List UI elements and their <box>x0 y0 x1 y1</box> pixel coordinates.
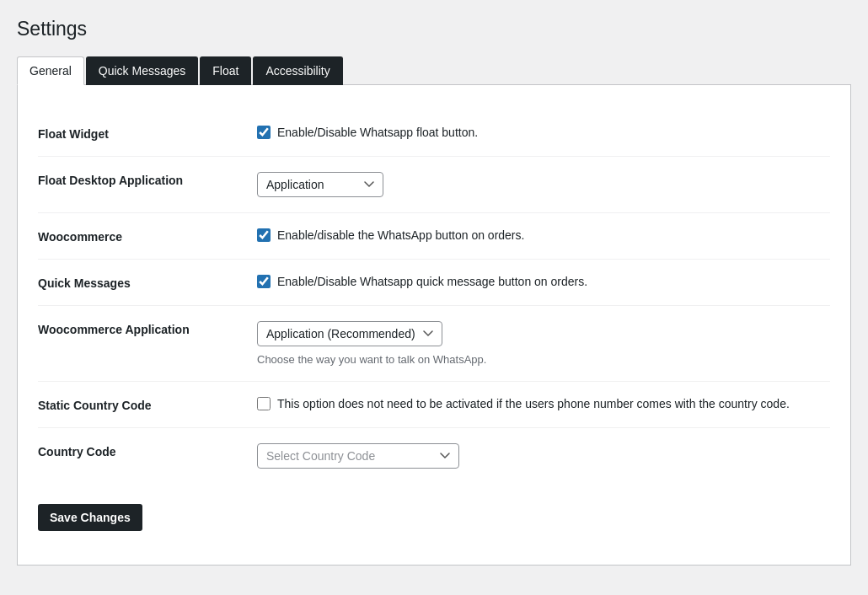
static-country-code-checkbox-label: This option does not need to be activate… <box>277 397 790 410</box>
woocommerce-application-row: Woocommerce Application Application (Rec… <box>38 306 830 382</box>
float-widget-row: Float Widget Enable/Disable Whatsapp flo… <box>38 110 830 157</box>
float-desktop-control: Application Web <box>257 172 830 197</box>
page-title: Settings <box>17 17 851 42</box>
static-country-code-control: This option does not need to be activate… <box>257 397 830 410</box>
quick-messages-label: Quick Messages <box>38 275 257 290</box>
country-code-control: Select Country Code <box>257 443 830 469</box>
country-code-select[interactable]: Select Country Code <box>257 443 459 469</box>
quick-messages-checkbox[interactable] <box>257 275 271 288</box>
tab-accessibility[interactable]: Accessibility <box>253 56 342 85</box>
woocommerce-row: Woocommerce Enable/disable the WhatsApp … <box>38 213 830 260</box>
page-wrapper: Settings General Quick Messages Float Ac… <box>0 0 868 582</box>
woocommerce-checkbox[interactable] <box>257 228 271 242</box>
quick-messages-checkbox-label: Enable/Disable Whatsapp quick message bu… <box>277 275 587 288</box>
tab-float[interactable]: Float <box>200 56 251 85</box>
quick-messages-control: Enable/Disable Whatsapp quick message bu… <box>257 275 830 288</box>
save-changes-button[interactable]: Save Changes <box>38 504 142 531</box>
float-widget-checkbox[interactable] <box>257 126 271 139</box>
float-widget-control: Enable/Disable Whatsapp float button. <box>257 126 830 139</box>
woocommerce-application-label: Woocommerce Application <box>38 321 257 336</box>
static-country-code-row: Static Country Code This option does not… <box>38 382 830 428</box>
woocommerce-label: Woocommerce <box>38 228 257 244</box>
float-widget-checkbox-row: Enable/Disable Whatsapp float button. <box>257 126 830 139</box>
float-desktop-select[interactable]: Application Web <box>257 172 383 197</box>
country-code-row: Country Code Select Country Code <box>38 428 830 484</box>
woocommerce-application-control: Application (Recommended) Web Choose the… <box>257 321 830 366</box>
static-country-code-checkbox[interactable] <box>257 397 271 410</box>
quick-messages-row: Quick Messages Enable/Disable Whatsapp q… <box>38 260 830 306</box>
float-widget-checkbox-label: Enable/Disable Whatsapp float button. <box>277 126 478 139</box>
quick-messages-checkbox-row: Enable/Disable Whatsapp quick message bu… <box>257 275 830 288</box>
woocommerce-control: Enable/disable the WhatsApp button on or… <box>257 228 830 242</box>
tab-quick-messages[interactable]: Quick Messages <box>86 56 198 85</box>
tab-general[interactable]: General <box>17 56 84 85</box>
static-country-code-checkbox-row: This option does not need to be activate… <box>257 397 830 410</box>
static-country-code-label: Static Country Code <box>38 397 257 412</box>
float-desktop-label: Float Desktop Application <box>38 172 257 187</box>
woocommerce-application-select[interactable]: Application (Recommended) Web <box>257 321 442 346</box>
woocommerce-application-helper: Choose the way you want to talk on Whats… <box>257 353 830 366</box>
woocommerce-checkbox-row: Enable/disable the WhatsApp button on or… <box>257 228 830 242</box>
float-desktop-row: Float Desktop Application Application We… <box>38 157 830 213</box>
content-area: Float Widget Enable/Disable Whatsapp flo… <box>17 85 851 566</box>
country-code-label: Country Code <box>38 443 257 458</box>
float-widget-label: Float Widget <box>38 126 257 141</box>
woocommerce-checkbox-label: Enable/disable the WhatsApp button on or… <box>277 228 524 242</box>
tabs-bar: General Quick Messages Float Accessibili… <box>17 56 851 85</box>
